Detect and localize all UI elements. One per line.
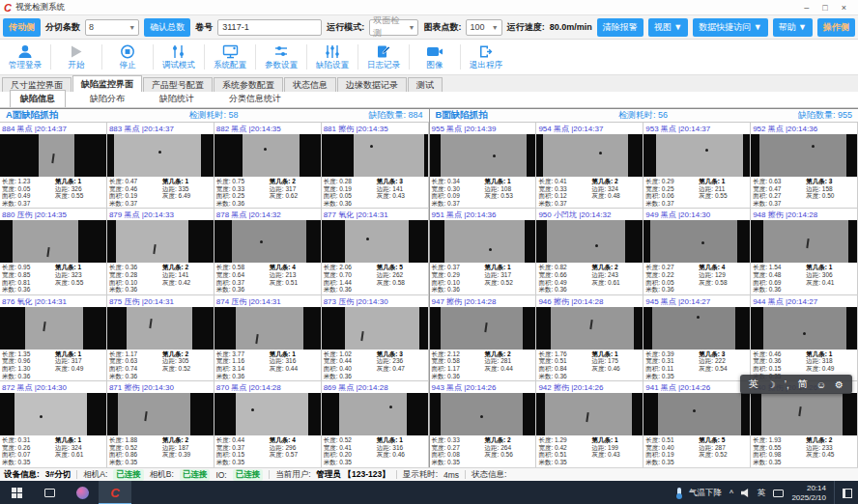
defect-cell[interactable]: 951 黑点 |20:14:36长度: 0.37宽度: 0.29面积: 0.10…: [430, 209, 537, 294]
tab-main-1[interactable]: 缺陷监控界面: [72, 75, 142, 92]
defect-snapshot-image: [214, 307, 321, 350]
defect-cell[interactable]: 950 小凹坑 |20:14:32长度: 0.82宽度: 0.66面积: 0.4…: [536, 209, 644, 294]
chart-points-select[interactable]: 100▼: [466, 19, 501, 36]
debug-mode-button[interactable]: 调试模式: [154, 40, 204, 74]
panel-a-detect-time: 检测耗时: 58: [188, 109, 238, 122]
defect-cell[interactable]: 874 压伤 |20:14:31长度: 3.77宽度: 1.16面积: 3.14…: [214, 295, 322, 381]
speaker-icon[interactable]: [741, 489, 750, 497]
language-indicator[interactable]: 英: [758, 488, 766, 499]
help-menu-button[interactable]: 帮助 ▼: [773, 18, 813, 37]
tab-sub-1[interactable]: 缺陷分布: [79, 90, 135, 107]
defect-snapshot-image: [644, 134, 750, 177]
login-button[interactable]: 管理登录: [0, 40, 50, 74]
slit-count-select[interactable]: 8▼: [85, 19, 139, 36]
defect-mark: [145, 411, 148, 421]
defect-cell-info: 长度: 2.12宽度: 0.58面积: 1.17米数: 0.36第几条: 2边距…: [430, 350, 536, 380]
drive-side-button[interactable]: 传动侧: [3, 18, 41, 37]
defect-cell[interactable]: 872 黑点 |20:14:30长度: 0.31宽度: 0.26面积: 0.07…: [0, 381, 107, 467]
weather-text[interactable]: 气温下降: [689, 488, 722, 499]
active-app-button[interactable]: C: [99, 481, 131, 504]
defect-cell[interactable]: 877 氧化 |20:14:31长度: 2.06宽度: 0.70面积: 1.44…: [322, 209, 429, 294]
defect-cell-info: 长度: 1.88宽度: 0.52面积: 0.86米数: 0.35第几条: 2边距…: [107, 435, 214, 466]
task-view-button[interactable]: [33, 481, 66, 504]
cam-b-label: 相机B:: [150, 469, 174, 481]
defect-mark: [255, 334, 258, 344]
defect-mark: [697, 316, 700, 319]
defect-cell-header: 951 黑点 |20:14:36: [430, 209, 536, 220]
defect-cell[interactable]: 952 黑点 |20:14:36长度: 0.63宽度: 0.47面积: 0.27…: [751, 123, 858, 209]
defect-cell[interactable]: 871 擦伤 |20:14:30长度: 1.88宽度: 0.52面积: 0.86…: [107, 381, 214, 467]
defect-cell[interactable]: 873 压伤 |20:14:30长度: 1.02宽度: 0.44面积: 0.40…: [322, 295, 429, 381]
defect-cell[interactable]: 954 黑点 |20:14:37长度: 0.41宽度: 0.33面积: 0.12…: [536, 123, 644, 209]
params-button[interactable]: 参数设置: [256, 40, 306, 74]
defect-cell[interactable]: 870 黑点 |20:14:28长度: 0.44宽度: 0.37面积: 0.15…: [214, 381, 322, 467]
tab-sub-2[interactable]: 缺陷统计: [149, 90, 205, 107]
defect-cell[interactable]: 876 氧化 |20:14:31长度: 1.35宽度: 0.96面积: 1.30…: [0, 295, 107, 381]
defect-cell[interactable]: 869 黑点 |20:14:28长度: 0.52宽度: 0.41面积: 0.20…: [322, 381, 429, 467]
defect-cell[interactable]: 880 压伤 |20:14:35长度: 0.95宽度: 0.85面积: 0.81…: [0, 209, 107, 294]
defect-cell[interactable]: 941 黑点 |20:14:26长度: 0.51宽度: 0.40面积: 0.19…: [644, 381, 751, 467]
image-button[interactable]: 图像: [410, 40, 460, 74]
ime-item-2[interactable]: ’,: [785, 379, 789, 390]
defect-cell[interactable]: 942 擦伤 |20:14:26长度: 1.29宽度: 0.42面积: 0.51…: [536, 381, 644, 467]
pinned-app-button[interactable]: [66, 481, 99, 504]
exit-button[interactable]: 退出程序: [461, 40, 511, 74]
defect-cell-info: 长度: 0.39宽度: 0.31面积: 0.11米数: 0.35第几条: 3边距…: [644, 350, 750, 380]
defect-cell-header: 952 黑点 |20:14:36: [751, 123, 857, 134]
defect-cell[interactable]: 945 黑点 |20:14:27长度: 0.39宽度: 0.31面积: 0.11…: [644, 295, 751, 381]
start-menu-button[interactable]: [0, 481, 33, 504]
tab-main-5[interactable]: 边缘数据记录: [337, 77, 407, 92]
defect-settings-button[interactable]: 缺陷设置: [307, 40, 358, 74]
data-quick-access-button[interactable]: 数据快捷访问 ▼: [693, 18, 767, 37]
defect-cell[interactable]: 940 擦伤 |20:14:26长度: 1.93宽度: 0.55面积: 0.98…: [751, 381, 858, 467]
stop-button[interactable]: 停止: [102, 40, 153, 74]
ime-item-3[interactable]: 简: [798, 378, 808, 391]
keyboard-icon[interactable]: [773, 490, 784, 497]
ime-item-4[interactable]: ☺: [816, 379, 826, 390]
defect-cell[interactable]: 875 压伤 |20:14:31长度: 1.17宽度: 0.63面积: 0.74…: [107, 295, 214, 381]
defect-cell[interactable]: 884 黑点 |20:14:37长度: 1.23宽度: 0.05面积: 0.49…: [0, 123, 107, 209]
hidden-icons-button[interactable]: ^: [729, 489, 733, 498]
minimize-button[interactable]: –: [804, 3, 809, 13]
user-label: 当前用户:: [275, 469, 310, 481]
tab-main-6[interactable]: 测试: [408, 77, 443, 92]
tab-main-4[interactable]: 状态信息: [284, 77, 336, 92]
defect-cell[interactable]: 943 黑点 |20:14:26长度: 0.33宽度: 0.27面积: 0.08…: [430, 381, 537, 467]
defect-cell[interactable]: 949 黑点 |20:14:30长度: 0.27宽度: 0.22面积: 0.05…: [644, 209, 751, 294]
defect-cell[interactable]: 882 黑点 |20:14:35长度: 0.75宽度: 0.33面积: 0.25…: [214, 123, 322, 209]
clear-alarm-button[interactable]: 清除报警: [597, 18, 644, 37]
defect-cell[interactable]: 883 黑点 |20:14:37长度: 0.47宽度: 0.46面积: 0.19…: [107, 123, 214, 209]
notification-center-icon[interactable]: [843, 489, 852, 498]
defect-cell[interactable]: 955 黑点 |20:14:39长度: 0.34宽度: 0.30面积: 0.09…: [430, 123, 537, 209]
tab-sub-3[interactable]: 分类信息统计: [218, 90, 292, 107]
defect-cell-header: 955 黑点 |20:14:39: [430, 123, 536, 134]
maximize-button[interactable]: □: [822, 3, 827, 13]
tab-sub-0[interactable]: 缺陷信息: [10, 90, 66, 107]
defect-cell[interactable]: 878 黑点 |20:14:32长度: 0.58宽度: 0.64面积: 0.37…: [214, 209, 322, 294]
log-button[interactable]: 日志记录: [358, 40, 409, 74]
defect-cell-header: 941 黑点 |20:14:26: [644, 381, 750, 393]
ime-language-bar[interactable]: 英☽’,简☺⚙: [740, 375, 852, 394]
defect-cell[interactable]: 948 擦伤 |20:14:28长度: 1.54宽度: 0.48面积: 0.69…: [751, 209, 858, 294]
defect-cell[interactable]: 946 擦伤 |20:14:28长度: 1.76宽度: 0.51面积: 0.84…: [536, 295, 644, 381]
defect-cell[interactable]: 944 黑点 |20:14:27长度: 0.46宽度: 0.36面积: 0.15…: [751, 295, 858, 381]
defect-mark: [595, 244, 598, 247]
ime-item-5[interactable]: ⚙: [835, 379, 844, 390]
view-menu-button[interactable]: 视图 ▼: [648, 18, 688, 37]
defect-cell[interactable]: 879 黑点 |20:14:33长度: 0.36宽度: 0.28面积: 0.10…: [107, 209, 214, 294]
run-mode-select[interactable]: 双面检测▼: [369, 19, 418, 36]
roll-input[interactable]: [217, 19, 322, 36]
system-config-button[interactable]: 系统配置: [205, 40, 255, 74]
ime-item-1[interactable]: ☽: [767, 379, 776, 390]
ime-item-0[interactable]: 英: [749, 378, 758, 391]
operator-side-button[interactable]: 操作侧: [817, 18, 855, 37]
start-button[interactable]: 开始: [51, 40, 101, 74]
defect-cell-header: 877 氧化 |20:14:31: [322, 209, 428, 220]
defect-cell[interactable]: 881 擦伤 |20:14:35长度: 0.28宽度: 0.19面积: 0.05…: [322, 123, 429, 209]
defect-snapshot-image: [322, 134, 428, 177]
close-button[interactable]: ×: [842, 3, 846, 13]
taskbar-clock[interactable]: 20:14 2025/2/10: [791, 484, 826, 503]
defect-cell[interactable]: 953 黑点 |20:14:37长度: 0.29宽度: 0.25面积: 0.06…: [644, 123, 751, 209]
confirm-total-button[interactable]: 确认总数: [144, 18, 190, 37]
defect-cell[interactable]: 947 擦伤 |20:14:28长度: 2.12宽度: 0.58面积: 1.17…: [430, 295, 537, 381]
